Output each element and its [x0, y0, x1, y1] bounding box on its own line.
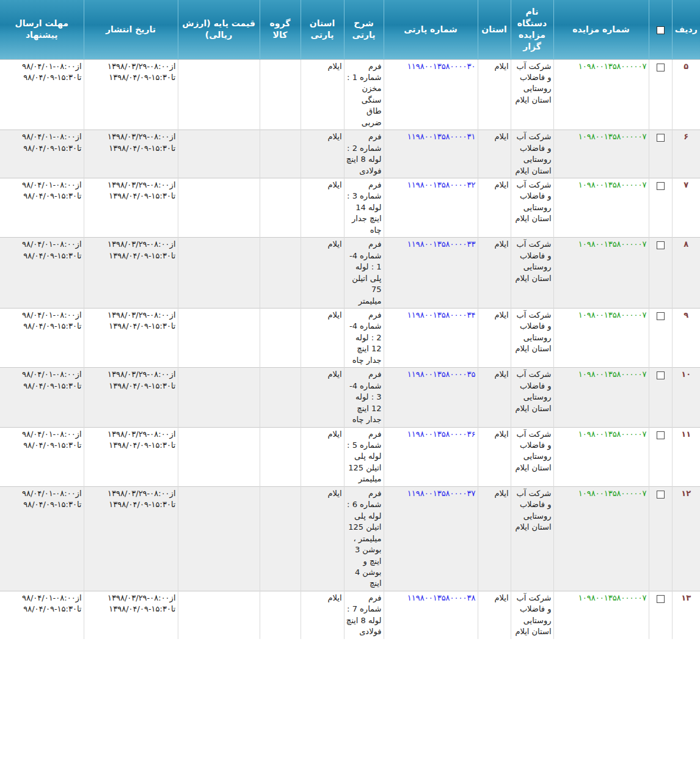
party-description-cell: فرم شماره 3 : لوله 14 اینچ جدار چاه [344, 178, 384, 238]
base-price-cell [178, 591, 260, 638]
deadline-to: تا۹۸/۰۴/۰۹-۱۵:۳۰ [2, 499, 82, 510]
header-cell-auction-number: شماره مزایده [553, 0, 649, 59]
row-index-cell: ۷ [672, 178, 700, 238]
publish-to: تا۱۳۹۸/۰۴/۰۹-۱۵:۳۰ [86, 499, 176, 510]
deadline-from: از۹۸/۰۴/۰۱-۰۸:۰۰ [2, 593, 82, 604]
row-select-checkbox[interactable] [657, 595, 665, 603]
deadline-to: تا۹۸/۰۴/۰۹-۱۵:۳۰ [2, 191, 82, 202]
row-checkbox-cell [649, 238, 672, 309]
auction-row: ۱۲ ۱۰۹۸۰۰۱۳۵۸۰۰۰۰۰۷ شرکت آب و فاضلاب روس… [0, 486, 700, 591]
row-select-checkbox[interactable] [657, 241, 665, 249]
organization-cell: شرکت آب و فاضلاب روستایی استان ایلام [511, 486, 553, 591]
deadline-from: از۹۸/۰۴/۰۱-۰۸:۰۰ [2, 239, 82, 250]
auction-number-link[interactable]: ۱۰۹۸۰۰۱۳۵۸۰۰۰۰۰۷ [556, 310, 647, 321]
party-province-cell: ایلام [301, 238, 344, 309]
row-index-cell: ۹ [672, 309, 700, 368]
header-cell-deadline: مهلت ارسال پیشنهاد [0, 0, 84, 59]
row-checkbox-cell [649, 591, 672, 638]
party-number-link[interactable]: ۱۱۹۸۰۰۱۳۵۸۰۰۰۰۳۴ [386, 310, 476, 321]
row-select-checkbox[interactable] [657, 491, 665, 499]
party-number-link[interactable]: ۱۱۹۸۰۰۱۳۵۸۰۰۰۰۳۱ [386, 131, 476, 142]
deadline-cell: از۹۸/۰۴/۰۱-۰۸:۰۰ تا۹۸/۰۴/۰۹-۱۵:۳۰ [0, 309, 84, 368]
party-number-cell: ۱۱۹۸۰۰۱۳۵۸۰۰۰۰۳۱ [384, 130, 478, 178]
party-province-cell: ایلام [301, 130, 344, 178]
goods-group-cell [260, 486, 301, 591]
header-cell-party-province: استان پارتی [301, 0, 344, 59]
auction-number-link[interactable]: ۱۰۹۸۰۰۱۳۵۸۰۰۰۰۰۷ [556, 131, 647, 142]
party-number-link[interactable]: ۱۱۹۸۰۰۱۳۵۸۰۰۰۰۳۳ [386, 239, 476, 250]
goods-group-cell [260, 178, 301, 238]
deadline-from: از۹۸/۰۴/۰۱-۰۸:۰۰ [2, 61, 82, 72]
party-number-link[interactable]: ۱۱۹۸۰۰۱۳۵۸۰۰۰۰۳۰ [386, 61, 476, 72]
goods-group-cell [260, 238, 301, 309]
auction-number-link[interactable]: ۱۰۹۸۰۰۱۳۵۸۰۰۰۰۰۷ [556, 239, 647, 250]
auction-row: ۷ ۱۰۹۸۰۰۱۳۵۸۰۰۰۰۰۷ شرکت آب و فاضلاب روست… [0, 178, 700, 238]
deadline-to: تا۹۸/۰۴/۰۹-۱۵:۳۰ [2, 604, 82, 615]
deadline-from: از۹۸/۰۴/۰۱-۰۸:۰۰ [2, 131, 82, 142]
publish-from: از۱۳۹۸/۰۳/۲۹-۰۸:۰۰ [86, 61, 176, 72]
publish-to: تا۱۳۹۸/۰۴/۰۹-۱۵:۳۰ [86, 143, 176, 154]
auction-number-link[interactable]: ۱۰۹۸۰۰۱۳۵۸۰۰۰۰۰۷ [556, 61, 647, 72]
party-number-link[interactable]: ۱۱۹۸۰۰۱۳۵۸۰۰۰۰۳۵ [386, 369, 476, 380]
row-select-checkbox[interactable] [657, 371, 665, 379]
header-cell-select-all [649, 0, 672, 59]
goods-group-cell [260, 427, 301, 486]
auction-number-cell: ۱۰۹۸۰۰۱۳۵۸۰۰۰۰۰۷ [553, 238, 649, 309]
row-select-checkbox[interactable] [657, 431, 665, 439]
party-number-cell: ۱۱۹۸۰۰۱۳۵۸۰۰۰۰۳۳ [384, 238, 478, 309]
deadline-to: تا۹۸/۰۴/۰۹-۱۵:۳۰ [2, 321, 82, 332]
table-header-row: ردیف شماره مزایده نام دستگاه مزایده گزار… [0, 0, 700, 59]
party-description-cell: فرم شماره 2 : لوله 8 اینچ فولادی [344, 130, 384, 178]
party-number-cell: ۱۱۹۸۰۰۱۳۵۸۰۰۰۰۳۰ [384, 59, 478, 130]
auction-number-link[interactable]: ۱۰۹۸۰۰۱۳۵۸۰۰۰۰۰۷ [556, 369, 647, 380]
party-number-link[interactable]: ۱۱۹۸۰۰۱۳۵۸۰۰۰۰۳۷ [386, 488, 476, 499]
header-cell-publish-date: تاریخ انتشار [84, 0, 178, 59]
publish-to: تا۱۳۹۸/۰۴/۰۹-۱۵:۳۰ [86, 440, 176, 451]
auction-row: ۹ ۱۰۹۸۰۰۱۳۵۸۰۰۰۰۰۷ شرکت آب و فاضلاب روست… [0, 309, 700, 368]
row-checkbox-cell [649, 427, 672, 486]
table-body: ۵ ۱۰۹۸۰۰۱۳۵۸۰۰۰۰۰۷ شرکت آب و فاضلاب روست… [0, 59, 700, 639]
publish-date-cell: از۱۳۹۸/۰۳/۲۹-۰۸:۰۰ تا۱۳۹۸/۰۴/۰۹-۱۵:۳۰ [84, 130, 178, 178]
auction-row: ۸ ۱۰۹۸۰۰۱۳۵۸۰۰۰۰۰۷ شرکت آب و فاضلاب روست… [0, 238, 700, 309]
base-price-cell [178, 368, 260, 427]
deadline-from: از۹۸/۰۴/۰۱-۰۸:۰۰ [2, 180, 82, 191]
header-cell-row-index: ردیف [672, 0, 700, 59]
header-cell-base-price: قیمت پایه (ارزش ریالی) [178, 0, 260, 59]
goods-group-cell [260, 368, 301, 427]
row-checkbox-cell [649, 130, 672, 178]
publish-date-cell: از۱۳۹۸/۰۳/۲۹-۰۸:۰۰ تا۱۳۹۸/۰۴/۰۹-۱۵:۳۰ [84, 59, 178, 130]
province-cell: ایلام [478, 309, 511, 368]
auction-number-link[interactable]: ۱۰۹۸۰۰۱۳۵۸۰۰۰۰۰۷ [556, 180, 647, 191]
auction-row: ۱۳ ۱۰۹۸۰۰۱۳۵۸۰۰۰۰۰۷ شرکت آب و فاضلاب روس… [0, 591, 700, 638]
row-checkbox-cell [649, 59, 672, 130]
auction-number-cell: ۱۰۹۸۰۰۱۳۵۸۰۰۰۰۰۷ [553, 368, 649, 427]
auction-number-link[interactable]: ۱۰۹۸۰۰۱۳۵۸۰۰۰۰۰۷ [556, 429, 647, 440]
auction-number-link[interactable]: ۱۰۹۸۰۰۱۳۵۸۰۰۰۰۰۷ [556, 593, 647, 604]
publish-to: تا۱۳۹۸/۰۴/۰۹-۱۵:۳۰ [86, 604, 176, 615]
party-description-cell: فرم شماره 7 : لوله 8 اینچ فولادی [344, 591, 384, 638]
row-select-checkbox[interactable] [657, 64, 665, 71]
row-select-checkbox[interactable] [657, 182, 665, 190]
province-cell: ایلام [478, 238, 511, 309]
row-select-checkbox[interactable] [657, 312, 665, 320]
party-number-link[interactable]: ۱۱۹۸۰۰۱۳۵۸۰۰۰۰۳۲ [386, 180, 476, 191]
auction-number-cell: ۱۰۹۸۰۰۱۳۵۸۰۰۰۰۰۷ [553, 427, 649, 486]
party-description-cell: فرم شماره 4-2 : لوله 12 اینچ جدار چاه [344, 309, 384, 368]
publish-date-cell: از۱۳۹۸/۰۳/۲۹-۰۸:۰۰ تا۱۳۹۸/۰۴/۰۹-۱۵:۳۰ [84, 486, 178, 591]
row-select-checkbox[interactable] [657, 134, 665, 142]
row-index-cell: ۱۰ [672, 368, 700, 427]
province-cell: ایلام [478, 591, 511, 638]
auction-number-link[interactable]: ۱۰۹۸۰۰۱۳۵۸۰۰۰۰۰۷ [556, 488, 647, 499]
province-cell: ایلام [478, 427, 511, 486]
party-number-link[interactable]: ۱۱۹۸۰۰۱۳۵۸۰۰۰۰۳۸ [386, 593, 476, 604]
organization-cell: شرکت آب و فاضلاب روستایی استان ایلام [511, 591, 553, 638]
select-all-checkbox[interactable] [657, 26, 665, 34]
auction-row: ۶ ۱۰۹۸۰۰۱۳۵۸۰۰۰۰۰۷ شرکت آب و فاضلاب روست… [0, 130, 700, 178]
row-index-cell: ۱۲ [672, 486, 700, 591]
auction-number-cell: ۱۰۹۸۰۰۱۳۵۸۰۰۰۰۰۷ [553, 130, 649, 178]
auction-number-cell: ۱۰۹۸۰۰۱۳۵۸۰۰۰۰۰۷ [553, 486, 649, 591]
party-number-link[interactable]: ۱۱۹۸۰۰۱۳۵۸۰۰۰۰۳۶ [386, 429, 476, 440]
deadline-to: تا۹۸/۰۴/۰۹-۱۵:۳۰ [2, 440, 82, 451]
publish-date-cell: از۱۳۹۸/۰۳/۲۹-۰۸:۰۰ تا۱۳۹۸/۰۴/۰۹-۱۵:۳۰ [84, 368, 178, 427]
base-price-cell [178, 486, 260, 591]
